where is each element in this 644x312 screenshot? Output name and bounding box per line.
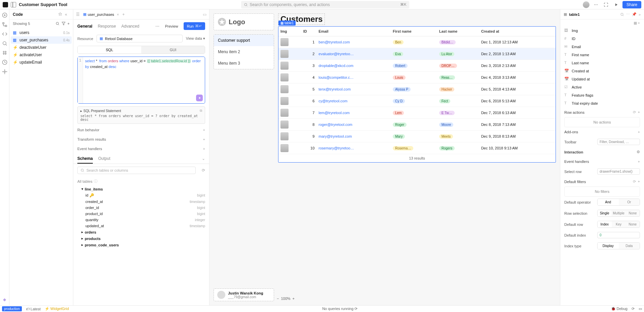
col-header[interactable]: First name xyxy=(391,27,437,36)
play-preview-button[interactable] xyxy=(612,1,620,8)
view-data-link[interactable]: View data ▾ xyxy=(186,36,205,41)
schema-col-quantity[interactable]: quantityinteger xyxy=(77,217,205,223)
table-component-badge[interactable]: ▦ table1 xyxy=(278,21,296,26)
rs-none[interactable]: None xyxy=(626,210,640,216)
interaction-settings-icon[interactable]: ⚙ xyxy=(637,150,640,154)
add-icon[interactable] xyxy=(2,12,8,18)
editor-more-icon[interactable]: ⋯ xyxy=(155,24,160,29)
refresh-schema-icon[interactable]: ⟳ xyxy=(202,168,205,173)
component-name[interactable]: table1 xyxy=(569,12,618,16)
menu-item-1[interactable]: Menu item 2 xyxy=(214,46,274,58)
code-item-users[interactable]: ▦users0.1s xyxy=(11,29,72,36)
code-item-deactivateUser[interactable]: ⚡deactivateUser xyxy=(11,44,72,51)
inspector-field-updated-at[interactable]: 📅Updated at xyxy=(560,75,644,83)
inspector-field-id[interactable]: #ID xyxy=(560,35,644,43)
col-header[interactable]: Last name xyxy=(437,27,479,36)
retool-logo[interactable] xyxy=(3,2,8,7)
refresh-filters-icon[interactable]: ⟳ xyxy=(633,179,636,184)
add-handler-button[interactable]: + xyxy=(638,160,640,164)
tree-icon[interactable] xyxy=(2,22,8,28)
col-header[interactable]: Created at xyxy=(479,27,556,36)
preview-button[interactable]: Preview xyxy=(162,23,181,30)
op-or[interactable]: Or xyxy=(619,199,640,205)
search-inspector-icon[interactable] xyxy=(620,12,624,16)
rs-single[interactable]: Single xyxy=(598,210,611,216)
resource-select[interactable]: ▦ Retool Database xyxy=(97,35,183,42)
rs-multiple[interactable]: Multiple xyxy=(611,210,626,216)
col-header[interactable]: Img xyxy=(278,27,301,36)
refresh-icon[interactable]: ⟳ xyxy=(633,110,636,114)
schema-tab[interactable]: Schema xyxy=(77,156,93,164)
inspector-field-email[interactable]: ✉Email xyxy=(560,43,644,51)
inspector-field-active[interactable]: ☑Active xyxy=(560,83,644,91)
inspector-field-created-at[interactable]: 📅Created at xyxy=(560,67,644,75)
settings-icon[interactable] xyxy=(2,69,8,75)
more-menu-button[interactable]: ⋯ xyxy=(592,1,600,8)
add-addon-button[interactable]: + xyxy=(638,130,640,134)
inspector-field-feature-flags[interactable]: TFeature flags xyxy=(560,91,644,99)
table-row[interactable]: 8 roger@tryretool.com Roger Moore Dec 8,… xyxy=(278,119,556,131)
table-row[interactable]: 10 rosemary@tryretoo… Rosema… Rogers Dec… xyxy=(278,142,556,154)
menu-item-0[interactable]: Customer support xyxy=(214,35,274,46)
chevron-down-icon[interactable]: ⌄ xyxy=(202,156,205,161)
inspector-field-first-name[interactable]: TFirst name xyxy=(560,51,644,59)
pin-inspector-icon[interactable]: 📌 xyxy=(632,12,637,16)
default-index-input[interactable]: 0 xyxy=(597,232,640,238)
schema-table-promo_code_users[interactable]: ▸promo_code_users xyxy=(77,242,205,248)
global-search-input[interactable]: Search for components, queries, and acti… xyxy=(241,1,409,8)
close-tab-icon[interactable]: × xyxy=(117,12,119,16)
ai-icon[interactable]: ◆ xyxy=(2,297,8,303)
tab-response[interactable]: Response xyxy=(98,24,116,29)
debug-button[interactable]: 🐞 Debug xyxy=(611,307,628,311)
op-and[interactable]: And xyxy=(598,199,619,205)
it-data[interactable]: Data xyxy=(619,243,640,249)
collapse-icon[interactable]: « xyxy=(65,12,70,17)
dr-key[interactable]: Key xyxy=(612,221,626,228)
schema-col-order_id[interactable]: order_idbigint xyxy=(77,205,205,211)
panel-toggle-icon[interactable] xyxy=(11,2,16,7)
it-display[interactable]: Display xyxy=(598,243,619,249)
copy-icon[interactable]: ⧉ xyxy=(200,109,202,113)
output-tab[interactable]: Output xyxy=(98,156,110,161)
dr-index[interactable]: Index xyxy=(598,221,612,228)
run-button[interactable]: Run⌘↵ xyxy=(184,22,205,30)
tabs-menu-icon[interactable]: ☰ xyxy=(76,12,80,17)
dr-none[interactable]: None xyxy=(626,221,640,228)
search-rail-icon[interactable] xyxy=(2,40,8,46)
toolbar-addon[interactable]: Toolbar Filter, Download, … xyxy=(560,137,644,147)
expand-inspector-icon[interactable]: » xyxy=(639,12,641,16)
gui-tab[interactable]: GUI xyxy=(141,46,205,54)
latest-badge[interactable]: 🏷 Latest xyxy=(26,307,41,311)
schema-col-id[interactable]: id 🔑bigint xyxy=(77,192,205,199)
share-button[interactable]: Share xyxy=(622,1,641,8)
user-card-widget[interactable]: Justin Wansik Kong ___79@gmail.com xyxy=(214,288,274,301)
schema-table-products[interactable]: ▸products xyxy=(77,235,205,242)
customers-table[interactable]: ▦ table1 ImgIDEmailFirst nameLast nameCr… xyxy=(278,26,556,163)
editor-tab[interactable]: ▦ user_purchases × xyxy=(82,9,120,19)
history-icon[interactable] xyxy=(2,59,8,65)
table-row[interactable]: 5 tenx@tryretool.com Alyssa P Hacker Dec… xyxy=(278,83,556,95)
pin-icon[interactable] xyxy=(58,12,63,17)
add-code-icon[interactable]: + xyxy=(68,22,70,26)
add-field-button[interactable]: ▦ + xyxy=(560,20,644,27)
panel-right-icon[interactable]: ▭ xyxy=(639,307,642,311)
user-avatar[interactable] xyxy=(583,1,590,8)
zoom-in-button[interactable]: + xyxy=(293,297,295,301)
schema-table-line-items[interactable]: ▾line_items xyxy=(77,186,205,192)
schema-table-orders[interactable]: ▸orders xyxy=(77,229,205,235)
chevron-right-icon[interactable]: ▸ xyxy=(80,109,82,113)
schema-col-created_at[interactable]: created_attimestamp xyxy=(77,199,205,205)
col-header[interactable]: ID xyxy=(301,27,317,36)
filter-code-icon[interactable] xyxy=(62,22,66,26)
table-row[interactable]: 1 ben@tryretool.com Ben Bitdid… Dec 1, 2… xyxy=(278,36,556,48)
zoom-out-button[interactable]: − xyxy=(277,297,279,301)
add-filter-button[interactable]: + xyxy=(638,179,640,184)
tab-general[interactable]: General xyxy=(77,24,92,29)
table-row[interactable]: 9 mary@tryretool.com Mary Meets Dec 9, 2… xyxy=(278,131,556,142)
more-inspector-icon[interactable]: ⋯ xyxy=(626,12,630,16)
tab-advanced[interactable]: Advanced xyxy=(121,24,139,29)
canvas[interactable]: ★ Logo Customer supportMenu item 2Menu i… xyxy=(210,9,560,305)
table-row[interactable]: 2 evaluator@tryretoo… Eva Lu Ator Dec 2,… xyxy=(278,48,556,60)
table-row[interactable]: 3 droptable@xkcd.com Robert DROP… Dec 3,… xyxy=(278,60,556,72)
inspector-field-img[interactable]: 🖼Img xyxy=(560,27,644,35)
